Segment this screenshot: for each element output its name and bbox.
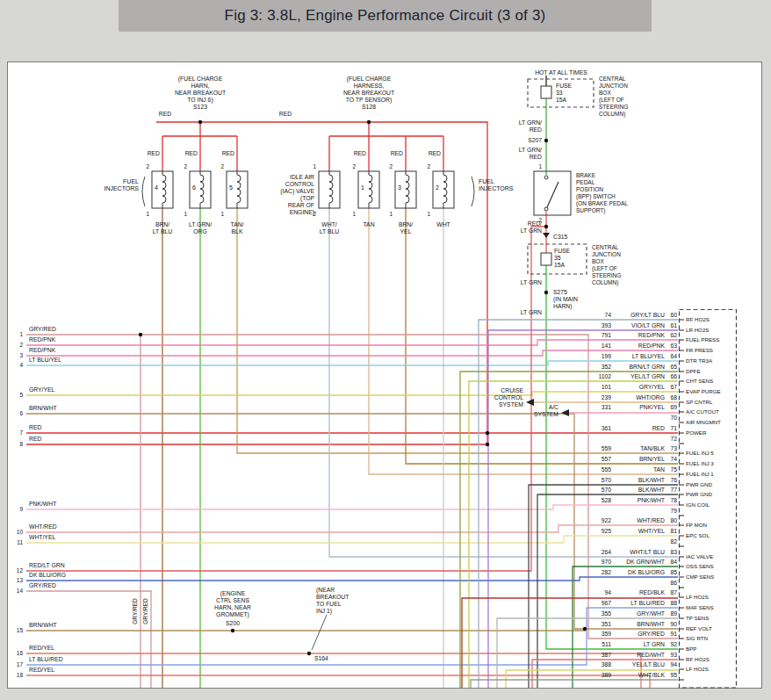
fuse-label: 35 [554, 255, 561, 262]
wire-color-label: YEL/LT BLU [632, 661, 665, 668]
wire-color-label: LT BLU [320, 228, 339, 235]
component-label: (BPP) SWITCH [576, 193, 616, 199]
wire-color-label: TAN [653, 466, 665, 473]
row-number: 3 [19, 352, 23, 358]
wire-number: 352 [602, 364, 611, 371]
wire-color-label: WHT/ORG [636, 394, 665, 401]
pcm-pin-label: PWR GND [686, 491, 712, 497]
junction-box-label: COLUMN) [599, 111, 625, 117]
junction-box-label: CENTRAL [592, 244, 618, 250]
wire-color-label: RED [29, 436, 41, 443]
breakout-note: (FUEL CHARGE [178, 76, 222, 83]
pin-number: 1 [313, 163, 316, 170]
system-label: SYSTEM [534, 411, 558, 418]
pcm-pin-label: RF HO2S [686, 656, 710, 662]
pin-number: 77 [670, 487, 677, 494]
pin-number: 87 [670, 589, 677, 596]
wire-number: 967 [602, 600, 611, 607]
wire-color-label: RED [148, 150, 160, 157]
wire-color-label: YEL [400, 228, 412, 235]
fuse-label: FUSE [556, 83, 572, 90]
pin-number: 2 [352, 163, 356, 170]
junction-dot [583, 627, 587, 631]
wire [156, 122, 487, 444]
pin-number: 80 [670, 517, 677, 524]
wire [26, 227, 546, 571]
component-label: INJECTORS [479, 185, 514, 192]
component-label: ENGINE) [290, 209, 314, 216]
pcm-pin-label: OSS SENS [686, 563, 714, 569]
bracket-left [142, 177, 145, 206]
pcm-pin-label: FUEL INJ 1 [686, 471, 714, 477]
wire-color-label: PNK/WHT [638, 497, 665, 504]
fuse-35-icon [541, 253, 551, 265]
wire-color-label: RED [279, 111, 292, 118]
switch-blade-icon [547, 182, 558, 207]
coil-icon [329, 171, 333, 208]
pin-number: 70 [670, 415, 677, 422]
pin-number: 60 [670, 312, 677, 319]
pin-number: 1 [352, 211, 356, 217]
wire-number: 351 [602, 621, 611, 628]
fuse-label: 15A [554, 262, 565, 269]
wire [26, 392, 678, 395]
wire-color-label: LT GRN [521, 309, 542, 316]
pcm-pin-label: LF HO2S [686, 666, 709, 672]
arrow-left-icon [526, 399, 534, 406]
junction-dot [544, 225, 548, 228]
pcm-pin-label: TP SENS [686, 615, 709, 621]
row-number: 8 [19, 441, 23, 447]
junction-dot [198, 120, 202, 124]
wire [26, 335, 678, 639]
row-number: 10 [17, 529, 23, 535]
pin-number: 2 [146, 163, 149, 170]
junction-dot [486, 443, 489, 446]
wire-number: 555 [602, 466, 611, 473]
pin-number: 1 [538, 163, 542, 170]
junction-dot [544, 291, 548, 294]
splice-label: HARN) [553, 303, 573, 310]
pin-number: 89 [670, 610, 677, 617]
pin-number: 64 [670, 353, 677, 360]
injector-number: 6 [192, 184, 196, 191]
system-label: CRUISE [501, 387, 523, 394]
pin-number: 1 [184, 211, 187, 217]
wire-color-label: LT BLU [153, 228, 172, 235]
splice-label: S164 [314, 655, 328, 662]
wire-color-label: GRY/RED [29, 582, 56, 589]
injector-number: 3 [398, 184, 401, 191]
breakout-note: (FUEL CHARGE [347, 76, 391, 83]
wire-color-label: WHT/YEL [638, 528, 665, 535]
c315-connector-icon [543, 233, 550, 238]
junction-box-label: (LEFT OF [599, 97, 624, 103]
pin-number: 83 [670, 549, 677, 556]
wire-color-label: BRN/ [155, 221, 169, 228]
row-number: 4 [19, 362, 23, 368]
component-label: BRAKE [576, 172, 595, 178]
wire-color-label: YEL/LT GRN [630, 373, 665, 380]
wire-color-label: LT GRN [521, 279, 542, 286]
junction-dot [367, 120, 371, 124]
wire-number: 791 [602, 332, 611, 339]
wire-number: 94 [604, 589, 611, 596]
breakout-note: HARN, NEAR [214, 604, 251, 611]
coil-icon [200, 171, 204, 208]
wire-color-label: RED/YEL [29, 645, 54, 652]
pin-number: 81 [670, 528, 677, 535]
breakout-note: GROMMET) [216, 611, 249, 618]
pin-number: 93 [670, 652, 677, 659]
pcm-pin-label: A/C CUTOUT [686, 408, 719, 415]
wire-color-label: WHT/YEL [29, 534, 55, 541]
row-number: 16 [17, 650, 23, 656]
pin-number: 67 [670, 384, 677, 391]
pin-number: 78 [670, 497, 677, 504]
wire-color-label: WHT/RED [637, 517, 665, 524]
pin-number: 91 [670, 631, 677, 638]
wire-number: 331 [602, 404, 611, 411]
wire-number: 239 [602, 394, 611, 401]
junction-box-label: COLUMN) [592, 279, 618, 285]
wire-color-label: RED [29, 424, 41, 431]
wire [26, 577, 678, 581]
row-number: 5 [19, 392, 23, 398]
pcm-pin-label: DTR TR3A [686, 357, 712, 364]
